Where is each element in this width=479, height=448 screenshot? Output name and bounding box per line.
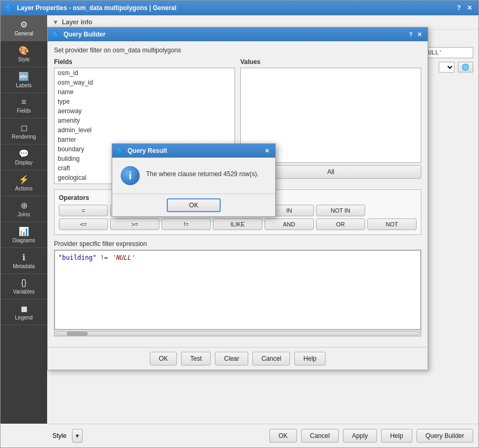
query-builder-footer: OK Test Clear Cancel Help bbox=[48, 347, 428, 370]
filter-section: Provider specific filter expression "bui… bbox=[54, 240, 421, 336]
qb-cancel-button[interactable]: Cancel bbox=[252, 352, 290, 365]
sidebar-item-label-legend: Legend bbox=[15, 315, 32, 321]
qr-message: The where clause returned 4529 row(s). bbox=[146, 166, 259, 179]
filter-dropdown[interactable] bbox=[439, 62, 455, 72]
sidebar-item-metadata[interactable]: ℹ Metadata bbox=[1, 248, 47, 274]
op-eq[interactable]: = bbox=[59, 205, 108, 216]
qb-help-btn[interactable]: ? bbox=[406, 30, 415, 39]
sidebar-item-diagrams[interactable]: 📊 Diagrams bbox=[1, 222, 47, 248]
field-type[interactable]: type bbox=[55, 97, 234, 106]
op-gte[interactable]: >= bbox=[110, 218, 159, 230]
style-label: Style bbox=[52, 432, 67, 440]
layer-info-label: Layer info bbox=[62, 19, 92, 26]
filter-expression-container: "building" != 'NULL' bbox=[54, 250, 421, 336]
values-label: Values bbox=[240, 58, 421, 66]
close-button-window[interactable]: ✕ bbox=[465, 3, 474, 13]
sidebar-item-label-fields: Fields bbox=[17, 108, 31, 114]
qr-body: i The where clause returned 4529 row(s). bbox=[112, 158, 275, 194]
filter-expr-value: 'NULL' bbox=[112, 254, 134, 261]
sidebar-item-general[interactable]: ⚙ General bbox=[1, 15, 47, 41]
qr-close-btn[interactable]: ✕ bbox=[263, 147, 271, 155]
fields-label: Fields bbox=[54, 58, 235, 66]
sidebar-item-label-labels: Labels bbox=[16, 83, 31, 88]
qr-title-icon: 🔷 bbox=[116, 147, 124, 154]
bottom-apply-button[interactable]: Apply bbox=[343, 429, 377, 443]
window-icon: 🔷 bbox=[5, 4, 14, 12]
sidebar-item-label-rendering: Rendering bbox=[12, 134, 36, 140]
collapse-arrow-icon[interactable]: ▼ bbox=[52, 19, 59, 26]
globe-button[interactable]: 🌐 bbox=[458, 62, 473, 72]
qr-ok-button[interactable]: OK bbox=[167, 198, 220, 212]
layer-properties-titlebar: 🔷 Layer Properties - osm_data multipolyg… bbox=[1, 1, 478, 15]
scrollbar-thumb bbox=[67, 332, 88, 336]
variables-icon: {} bbox=[21, 278, 27, 288]
filter-expr-field: "building" bbox=[58, 254, 96, 261]
sidebar-item-display[interactable]: 💬 Display bbox=[1, 144, 47, 170]
qb-help-button[interactable]: Help bbox=[294, 352, 326, 365]
sidebar-item-variables[interactable]: {} Variables bbox=[1, 274, 47, 299]
diagrams-icon: 📊 bbox=[19, 226, 29, 236]
field-amenity[interactable]: amenity bbox=[55, 116, 234, 125]
filter-section-title: Provider specific filter expression bbox=[54, 240, 421, 248]
qb-close-btn[interactable]: ✕ bbox=[415, 30, 423, 39]
sidebar-item-label-actions: Actions bbox=[15, 186, 33, 191]
qr-footer: OK bbox=[112, 194, 275, 216]
op-or[interactable]: OR bbox=[316, 218, 365, 230]
field-admin_level[interactable]: admin_level bbox=[55, 125, 234, 135]
sidebar-item-label-variables: Variables bbox=[13, 289, 35, 295]
display-icon: 💬 bbox=[19, 149, 29, 159]
op-ilike[interactable]: ILIKE bbox=[213, 218, 262, 230]
legend-icon: ◼ bbox=[21, 304, 28, 314]
qr-titlebar: 🔷 Query Result ✕ bbox=[112, 144, 275, 158]
op-not-in[interactable]: NOT IN bbox=[316, 205, 365, 216]
filter-expression-box[interactable]: "building" != 'NULL' bbox=[55, 250, 421, 330]
sidebar-item-label-metadata: Metadata bbox=[13, 263, 35, 269]
window-title: Layer Properties - osm_data multipolygon… bbox=[17, 4, 453, 12]
sidebar-item-rendering[interactable]: ◻ Rendering bbox=[1, 118, 47, 144]
actions-icon: ⚡ bbox=[19, 175, 29, 185]
sidebar-item-label-diagrams: Diagrams bbox=[13, 237, 35, 243]
scrollbar-track bbox=[56, 331, 420, 335]
filter-scrollbar-x[interactable] bbox=[55, 330, 421, 336]
query-builder-titlebar: 🔷 Query Builder ? ✕ bbox=[48, 28, 428, 41]
qb-ok-button[interactable]: OK bbox=[150, 352, 177, 365]
filter-expr-op: != bbox=[100, 254, 112, 261]
qr-title: Query Result bbox=[128, 147, 263, 154]
sidebar-item-fields[interactable]: ≡ Fields bbox=[1, 93, 47, 118]
op-and[interactable]: AND bbox=[265, 218, 314, 230]
op-lte[interactable]: <= bbox=[59, 218, 108, 230]
fields-icon: ≡ bbox=[21, 97, 26, 107]
style-dropdown-btn[interactable]: ▾ bbox=[72, 429, 83, 443]
style-icon: 🎨 bbox=[19, 45, 29, 56]
help-button-window[interactable]: ? bbox=[454, 3, 464, 13]
metadata-icon: ℹ bbox=[22, 252, 25, 262]
qb-test-button[interactable]: Test bbox=[181, 352, 211, 365]
sidebar-item-style[interactable]: 🎨 Style bbox=[1, 41, 47, 67]
sidebar-item-joins[interactable]: ⊕ Joins bbox=[1, 196, 47, 222]
labels-icon: 🔤 bbox=[19, 71, 29, 81]
layer-properties-window: 🔷 Layer Properties - osm_data multipolyg… bbox=[0, 0, 479, 448]
filter-controls: 🌐 bbox=[439, 62, 473, 72]
field-aeroway[interactable]: aeroway bbox=[55, 106, 234, 116]
bottom-cancel-button[interactable]: Cancel bbox=[301, 429, 339, 443]
field-name[interactable]: name bbox=[55, 87, 234, 97]
sidebar-item-legend[interactable]: ◼ Legend bbox=[1, 299, 47, 325]
op-neq2[interactable]: != bbox=[161, 218, 211, 230]
general-icon: ⚙ bbox=[20, 20, 28, 30]
bottom-bar: Style ▾ OK Cancel Apply Help Query Build… bbox=[47, 424, 478, 447]
field-osm_id[interactable]: osm_id bbox=[55, 68, 234, 78]
field-osm_way_id[interactable]: osm_way_id bbox=[55, 78, 234, 87]
joins-icon: ⊕ bbox=[21, 200, 28, 211]
query-builder-button[interactable]: Query Builder bbox=[417, 429, 473, 443]
bottom-ok-button[interactable]: OK bbox=[269, 429, 296, 443]
sidebar-item-label-general: General bbox=[14, 31, 33, 36]
sidebar-item-label-joins: Joins bbox=[17, 212, 30, 217]
sidebar-item-actions[interactable]: ⚡ Actions bbox=[1, 170, 47, 196]
sidebar-item-labels[interactable]: 🔤 Labels bbox=[1, 67, 47, 93]
bottom-help-button[interactable]: Help bbox=[381, 429, 412, 443]
sidebar: ⚙ General 🎨 Style 🔤 Labels ≡ Fields ◻ Re… bbox=[1, 15, 47, 424]
op-not[interactable]: NOT bbox=[367, 218, 417, 230]
qb-clear-button[interactable]: Clear bbox=[215, 352, 248, 365]
sidebar-item-label-style: Style bbox=[18, 57, 30, 62]
qr-info-icon: i bbox=[121, 166, 140, 185]
